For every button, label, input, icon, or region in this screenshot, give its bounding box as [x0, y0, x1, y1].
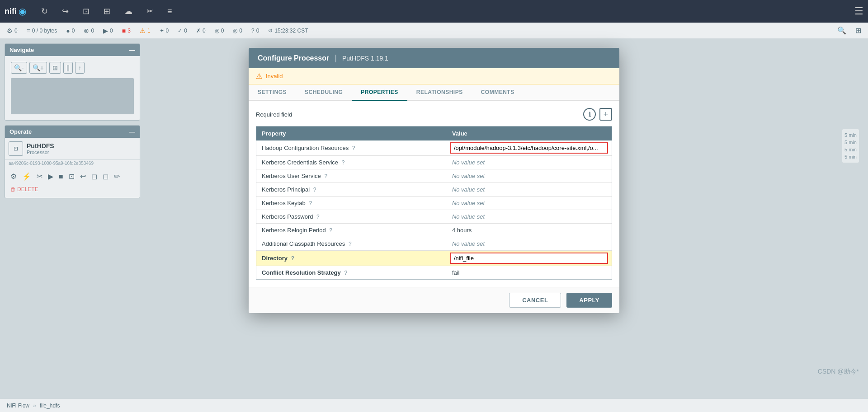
- circle1-icon: ◎: [215, 28, 219, 34]
- toolbar-icon-cut[interactable]: ✂: [143, 5, 157, 18]
- star-icon: ✦: [160, 28, 164, 34]
- prop-name: Additional Classpath Resources: [262, 240, 345, 247]
- prop-name: Hadoop Configuration Resources: [262, 145, 349, 151]
- search-icon[interactable]: 🔍: [837, 26, 846, 35]
- prop-value-cell: No value set: [447, 237, 612, 251]
- status-bar: ⚙ 0 ≡ 0 / 0 bytes ● 0 ⊗ 0 ▶ 0 ■ 3 ⚠ 1 ✦ …: [0, 23, 868, 39]
- modal-header: Configure Processor | PutHDFS 1.19.1: [249, 48, 619, 68]
- warning-icon: ⚠: [140, 27, 146, 34]
- modal-body: Required field ℹ + Property Value: [249, 101, 619, 287]
- table-row: Kerberos Credentials Service ? No value …: [256, 156, 612, 169]
- modal-separator: |: [335, 53, 337, 63]
- prop-value: No value set: [452, 240, 485, 247]
- modal-title: Configure Processor: [258, 54, 329, 62]
- prop-help-icon[interactable]: ?: [313, 187, 316, 193]
- prop-name: Directory: [262, 255, 288, 262]
- cancel-button[interactable]: CANCEL: [509, 293, 561, 308]
- prop-name: Conflict Resolution Strategy: [262, 269, 341, 276]
- warning-value: 1: [147, 28, 151, 34]
- top-toolbar: nifi ◉ ↻ ↪ ⊡ ⊞ ☁ ✂ ≡ ☰: [0, 0, 868, 23]
- breadcrumb-root: NiFi Flow: [7, 403, 29, 409]
- prop-help-icon[interactable]: ?: [349, 241, 352, 247]
- invalid-banner: ⚠ Invalid: [249, 68, 619, 84]
- apply-button[interactable]: APPLY: [566, 293, 612, 308]
- tab-relationships[interactable]: RELATIONSHIPS: [407, 84, 472, 101]
- prop-help-icon[interactable]: ?: [316, 214, 320, 220]
- table-row: Writing Strategy ? Write and rename: [256, 280, 612, 280]
- required-bar: Required field ℹ +: [256, 108, 612, 121]
- running-icon: ●: [66, 27, 70, 34]
- logo: nifi ◉: [5, 6, 26, 17]
- breadcrumb-current: file_hdfs: [40, 403, 60, 409]
- toolbar-menu-icon[interactable]: ☰: [854, 5, 863, 17]
- prop-name-cell: Kerberos Relogin Period ?: [256, 224, 447, 237]
- prop-name: Kerberos Relogin Period: [262, 227, 326, 234]
- modal-overlay: Configure Processor | PutHDFS 1.19.1 ⚠ I…: [0, 39, 868, 398]
- status-cross: ✗ 0: [196, 28, 206, 34]
- modal-subtitle: PutHDFS 1.19.1: [342, 55, 388, 62]
- add-property-btn[interactable]: +: [599, 108, 612, 121]
- expand-icon[interactable]: ⊞: [855, 26, 861, 35]
- prop-value-cell: [447, 140, 612, 156]
- play-icon: ▶: [103, 27, 108, 34]
- bytes-value: 0 / 0 bytes: [32, 28, 57, 34]
- toolbar-icon-add[interactable]: ⊞: [100, 5, 114, 18]
- status-time: ↺ 15:23:32 CST: [268, 28, 308, 34]
- modal-footer: CANCEL APPLY: [249, 287, 619, 313]
- table-row: Additional Classpath Resources ? No valu…: [256, 237, 612, 251]
- question-value: 0: [256, 28, 259, 34]
- tab-settings[interactable]: SETTINGS: [249, 84, 296, 101]
- table-row-directory: Directory ?: [256, 251, 612, 266]
- prop-name-cell: Kerberos Credentials Service ?: [256, 156, 447, 169]
- prop-value: No value set: [452, 173, 485, 179]
- directory-value-input[interactable]: [450, 253, 608, 264]
- running-value: 0: [72, 28, 75, 34]
- toolbar-icon-refresh[interactable]: ↻: [38, 5, 52, 18]
- breadcrumb-separator: »: [33, 403, 36, 409]
- invalid-text: Invalid: [266, 73, 283, 80]
- prop-name-cell: Kerberos User Service ?: [256, 169, 447, 183]
- prop-value-input[interactable]: [450, 142, 608, 154]
- tab-comments[interactable]: COMMENTS: [472, 84, 524, 101]
- info-circle-btn[interactable]: ℹ: [583, 108, 596, 121]
- toolbar-icon-config[interactable]: ≡: [164, 5, 176, 18]
- time-icon: ↺: [268, 28, 273, 34]
- prop-name-cell: Kerberos Password ?: [256, 210, 447, 224]
- table-row: Conflict Resolution Strategy ? fail: [256, 266, 612, 280]
- circle1-value: 0: [221, 28, 224, 34]
- tab-scheduling[interactable]: SCHEDULING: [296, 84, 352, 101]
- prop-name-cell: Kerberos Principal ?: [256, 183, 447, 197]
- table-row: Kerberos Keytab ? No value set: [256, 197, 612, 210]
- prop-name-cell: Additional Classpath Resources ?: [256, 237, 447, 251]
- toolbar-icon-grid[interactable]: ⊡: [79, 5, 93, 18]
- prop-name-cell: Hadoop Configuration Resources ?: [256, 140, 447, 156]
- cross-value: 0: [203, 28, 206, 34]
- toolbar-icon-cloud[interactable]: ☁: [121, 5, 136, 18]
- prop-help-icon[interactable]: ?: [342, 159, 345, 166]
- prop-value-cell: No value set: [447, 210, 612, 224]
- check-value: 0: [184, 28, 187, 34]
- question-icon: ?: [251, 28, 255, 34]
- tab-properties[interactable]: PROPERTIES: [352, 84, 407, 101]
- square-icon: ■: [122, 27, 126, 34]
- prop-value: No value set: [452, 200, 485, 206]
- prop-help-icon[interactable]: ?: [324, 173, 327, 179]
- status-check: ✓ 0: [178, 28, 187, 34]
- prop-help-icon[interactable]: ?: [291, 255, 294, 262]
- table-row: Kerberos User Service ? No value set: [256, 169, 612, 183]
- prop-name: Kerberos Password: [262, 213, 313, 220]
- status-circle1: ◎ 0: [215, 28, 224, 34]
- required-field-label: Required field: [256, 111, 292, 118]
- properties-table-container: Property Value Hadoop Configuration Reso…: [256, 126, 612, 280]
- prop-help-icon[interactable]: ?: [352, 145, 355, 151]
- prop-help-icon[interactable]: ?: [309, 200, 312, 206]
- col-value: Value: [447, 126, 612, 140]
- prop-help-icon[interactable]: ?: [329, 227, 332, 234]
- required-actions: ℹ +: [583, 108, 612, 121]
- modal-tabs: SETTINGS SCHEDULING PROPERTIES RELATIONS…: [249, 84, 619, 101]
- status-warning: ⚠ 1: [140, 27, 151, 34]
- toolbar-icon-upload[interactable]: ↪: [58, 5, 72, 18]
- table-header-row: Property Value: [256, 126, 612, 140]
- prop-help-icon[interactable]: ?: [344, 270, 347, 276]
- prop-value: No value set: [452, 213, 485, 220]
